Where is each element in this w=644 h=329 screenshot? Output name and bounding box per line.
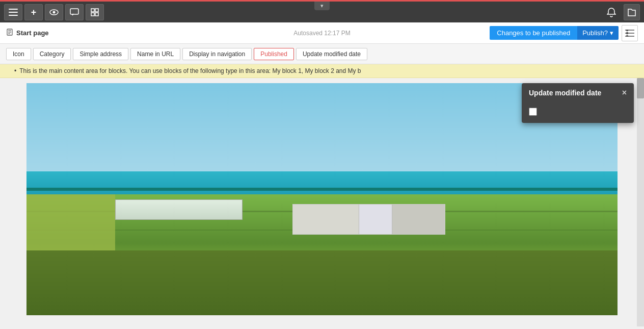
tab-display-in-navigation[interactable]: Display in navigation bbox=[182, 48, 252, 60]
page-title-area: Start page bbox=[6, 29, 49, 37]
svg-point-17 bbox=[627, 30, 628, 31]
info-bullet: • bbox=[14, 67, 16, 74]
add-button[interactable]: + bbox=[24, 4, 43, 20]
page-bar-right: Changes to be published Publish? ▾ bbox=[490, 25, 638, 41]
files-button[interactable] bbox=[624, 4, 640, 20]
horizon-line bbox=[26, 188, 618, 191]
popup-title: Update modified date bbox=[529, 89, 601, 97]
page-icon bbox=[6, 29, 13, 37]
publish-button[interactable]: Publish? ▾ bbox=[577, 26, 619, 40]
buildings bbox=[292, 204, 445, 235]
svg-point-18 bbox=[627, 32, 628, 34]
info-bar: • This is the main content area for bloc… bbox=[0, 64, 644, 78]
update-modified-date-popup: Update modified date × bbox=[522, 83, 634, 123]
svg-point-19 bbox=[627, 35, 628, 37]
field-bottom bbox=[26, 250, 618, 315]
preview-button[interactable] bbox=[45, 4, 63, 20]
svg-rect-6 bbox=[91, 9, 94, 12]
autosave-text: Autosaved 12:17 PM bbox=[293, 30, 350, 37]
dropdown-center[interactable]: ▾ bbox=[314, 2, 330, 10]
tab-simple-address[interactable]: Simple address bbox=[73, 48, 128, 60]
comment-button[interactable] bbox=[65, 4, 84, 20]
publish-label: Publish? bbox=[582, 29, 608, 37]
tab-category[interactable]: Category bbox=[33, 48, 71, 60]
popup-close-button[interactable]: × bbox=[622, 88, 627, 97]
svg-rect-2 bbox=[9, 15, 18, 16]
list-button[interactable] bbox=[622, 25, 638, 41]
main-content-area: Update modified date × bbox=[0, 78, 644, 326]
tab-name-in-url[interactable]: Name in URL bbox=[130, 48, 180, 60]
svg-rect-7 bbox=[95, 9, 98, 12]
popup-header: Update modified date × bbox=[522, 83, 634, 103]
scrollbar-track[interactable] bbox=[637, 78, 644, 326]
svg-rect-8 bbox=[91, 13, 94, 16]
svg-rect-5 bbox=[70, 9, 78, 14]
popup-checkbox-group bbox=[529, 108, 627, 116]
update-modified-date-checkbox[interactable] bbox=[529, 108, 537, 116]
props-tab-bar: Icon Category Simple address Name in URL… bbox=[0, 44, 644, 64]
changes-to-publish-button[interactable]: Changes to be published bbox=[490, 26, 577, 40]
popup-body bbox=[522, 103, 634, 123]
tab-update-modified-date[interactable]: Update modified date bbox=[296, 48, 367, 60]
blocks-button[interactable] bbox=[86, 4, 104, 20]
notification-button[interactable] bbox=[603, 4, 620, 20]
menu-button[interactable] bbox=[4, 4, 22, 20]
top-toolbar: ▾ + bbox=[0, 0, 644, 22]
svg-rect-1 bbox=[9, 12, 18, 13]
publish-group: Changes to be published Publish? ▾ bbox=[490, 26, 619, 40]
svg-rect-0 bbox=[9, 9, 18, 10]
svg-rect-9 bbox=[95, 13, 98, 16]
page-bar: Start page Autosaved 12:17 PM Changes to… bbox=[0, 22, 644, 44]
svg-point-4 bbox=[53, 11, 56, 13]
publish-dropdown-icon: ▾ bbox=[610, 29, 613, 37]
info-text: This is the main content area for blocks… bbox=[19, 67, 361, 74]
page-title-text: Start page bbox=[16, 29, 49, 37]
tab-icon[interactable]: Icon bbox=[6, 48, 31, 60]
greenhouse bbox=[115, 199, 243, 220]
tab-published[interactable]: Published bbox=[254, 48, 294, 60]
scrollbar-thumb[interactable] bbox=[637, 78, 644, 98]
